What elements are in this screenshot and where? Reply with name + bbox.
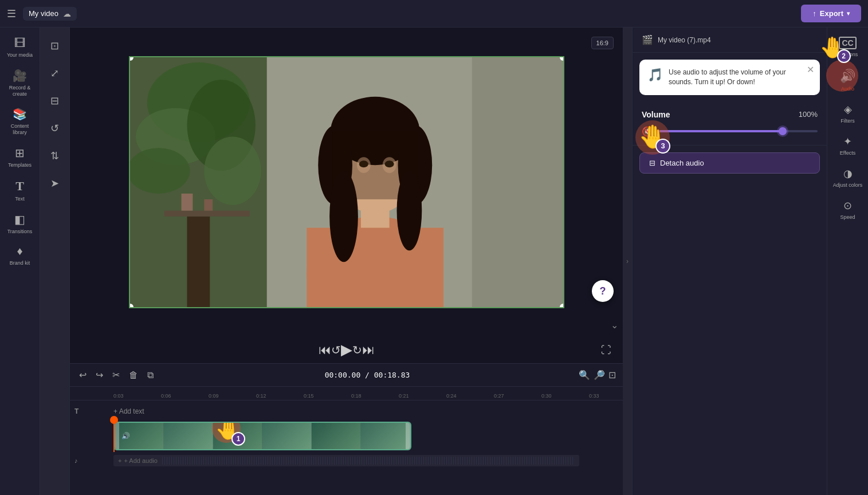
replay-5s-button[interactable]: ↺ xyxy=(331,343,341,357)
audio-track-bg: + + Add audio xyxy=(113,455,579,466)
fit-to-window-button[interactable]: ⊡ xyxy=(608,370,616,380)
add-text-button[interactable]: + Add text xyxy=(113,407,144,415)
sidebar-item-content-library[interactable]: 📚 Contentlibrary xyxy=(3,103,37,140)
volume-section: Volume 100% 🔇 xyxy=(633,102,827,146)
help-button[interactable]: ? xyxy=(592,280,614,302)
ruler-mark: 0:09 xyxy=(209,393,256,400)
svg-rect-9 xyxy=(181,193,193,210)
add-audio-button[interactable]: + + Add audio xyxy=(118,457,158,464)
aspect-ratio-badge: 16:9 xyxy=(591,37,614,49)
sidebar-item-transitions[interactable]: ◧ Transitions xyxy=(3,208,37,239)
sidebar-item-templates[interactable]: ⊞ Templates xyxy=(3,142,37,173)
forward-5s-button[interactable]: ↻ xyxy=(352,343,362,357)
transform-tool[interactable]: ⊟ xyxy=(44,89,66,112)
audio-waveform xyxy=(162,457,575,465)
adjust-colors-panel-item[interactable]: ◑ Adjust colors xyxy=(831,163,865,192)
volume-slider-thumb[interactable] xyxy=(779,127,787,135)
ruler-mark: 0:03 xyxy=(113,393,161,400)
clip-handle-right[interactable] xyxy=(406,423,410,449)
audio-label: Audio xyxy=(841,86,854,92)
audio-panel-item[interactable]: 🔊 Audio 🤚 2 xyxy=(831,64,865,96)
rotate-tool[interactable]: ↺ xyxy=(44,117,66,140)
panel-header: 🎬 My video (7).mp4 xyxy=(633,28,827,53)
tools-panel: ⊡ ⤢ ⊟ ↺ ⇅ ➤ xyxy=(40,28,70,495)
total-time: 00:18.83 xyxy=(374,371,410,379)
sidebar-item-text[interactable]: T Text xyxy=(3,174,37,207)
fullscreen-button[interactable]: ⛶ xyxy=(601,344,611,356)
redo-button[interactable]: ↪ xyxy=(93,368,105,382)
timeline-content: T + Add text xyxy=(70,400,623,472)
menu-icon[interactable]: ☰ xyxy=(7,7,16,20)
filters-panel-item[interactable]: ◈ Filters xyxy=(831,99,865,128)
add-audio-label: + Add audio xyxy=(124,457,157,464)
undo-button[interactable]: ↩ xyxy=(77,368,89,382)
clip-handle-left[interactable] xyxy=(115,423,119,449)
svg-rect-7 xyxy=(187,216,210,307)
tip-close-button[interactable]: ✕ xyxy=(807,64,814,75)
video-controls-row: ⏮ ↺ ▶ ↻ ⏭ xyxy=(70,341,623,359)
center-area: 16:9 xyxy=(70,28,623,495)
ruler-mark: 0:24 xyxy=(446,393,494,400)
panel-file-type-icon: 🎬 xyxy=(642,34,653,45)
resize-tool[interactable]: ⤢ xyxy=(44,62,66,85)
clip-thumb xyxy=(262,423,312,449)
play-pause-button[interactable]: ▶ xyxy=(341,341,352,359)
crop-tool[interactable]: ⊡ xyxy=(44,34,66,57)
export-button[interactable]: ↑ Export ▾ xyxy=(801,5,861,22)
speed-icon: ⊙ xyxy=(843,199,852,212)
adjust-colors-label: Adjust colors xyxy=(833,182,863,188)
svg-point-6 xyxy=(204,136,261,205)
skip-to-end-button[interactable]: ⏭ xyxy=(362,343,375,358)
collapse-panel-toggle[interactable]: › xyxy=(623,28,632,495)
zoom-in-button[interactable]: 🔎 xyxy=(594,370,605,380)
svg-point-20 xyxy=(396,171,422,250)
ruler-marks: 0:03 0:06 0:09 0:12 0:15 0:18 0:21 0:24 … xyxy=(113,393,623,400)
right-panel: 🎬 My video (7).mp4 🎵 Use audio to adjust… xyxy=(632,28,827,495)
zoom-out-button[interactable]: 🔍 xyxy=(579,370,590,380)
svg-point-23 xyxy=(359,160,368,167)
captions-panel-item[interactable]: CC Captions xyxy=(831,32,865,62)
text-track: T + Add text xyxy=(70,403,623,420)
project-title: My video xyxy=(29,9,58,18)
sidebar-item-your-media[interactable]: 🎞 Your media xyxy=(3,32,37,63)
speed-panel-item[interactable]: ⊙ Speed xyxy=(831,195,865,225)
volume-slider-fill xyxy=(659,130,783,132)
project-title-area: My video ☁ xyxy=(23,7,77,21)
sidebar-item-brand-kit[interactable]: ♦ Brand kit xyxy=(3,240,37,271)
add-text-label: + Add text xyxy=(113,407,144,415)
ruler-mark: 0:33 xyxy=(589,393,623,400)
audio-track-label: ♪ xyxy=(74,457,109,464)
flip-tool[interactable]: ⇅ xyxy=(44,144,66,167)
send-tool[interactable]: ➤ xyxy=(44,172,66,195)
timeline-toolbar: ↩ ↪ ✂ 🗑 ⧉ 00:00.00 / 00:18.83 🔍 🔎 ⊡ xyxy=(70,364,623,387)
ruler-mark: 0:30 xyxy=(541,393,589,400)
sidebar-item-label-record: Record &create xyxy=(9,85,31,97)
left-sidebar: 🎞 Your media 🎥 Record &create 📚 Contentl… xyxy=(0,28,40,495)
audio-icon: 🔊 xyxy=(840,69,855,84)
video-clip[interactable]: 🔊 🤚 1 xyxy=(113,422,411,450)
tip-text: Use audio to adjust the volume of your s… xyxy=(669,68,812,87)
ruler-mark: 0:15 xyxy=(304,393,351,400)
cloud-save-icon: ☁ xyxy=(63,9,71,18)
sidebar-item-label-templates: Templates xyxy=(8,162,32,168)
audio-track: ♪ + + Add audio xyxy=(70,452,623,469)
detach-audio-button[interactable]: ⊟ Detach audio xyxy=(639,152,820,174)
captions-icon: CC xyxy=(839,37,856,49)
delete-button[interactable]: 🗑 xyxy=(127,369,140,382)
skip-to-start-button[interactable]: ⏮ xyxy=(319,343,331,358)
duplicate-button[interactable]: ⧉ xyxy=(145,369,156,382)
cut-button[interactable]: ✂ xyxy=(110,368,122,382)
collapse-arrow[interactable]: ⌄ xyxy=(611,320,618,331)
sidebar-item-record-create[interactable]: 🎥 Record &create xyxy=(3,64,37,102)
adjust-colors-icon: ◑ xyxy=(843,167,853,180)
timeline-ruler: 0:03 0:06 0:09 0:12 0:15 0:18 0:21 0:24 … xyxy=(70,387,623,400)
transitions-icon: ◧ xyxy=(14,213,25,226)
video-frame xyxy=(129,56,564,308)
ruler-mark: 0:27 xyxy=(494,393,541,400)
volume-slider-track[interactable] xyxy=(659,130,818,132)
text-icon: T xyxy=(15,179,24,194)
zoom-controls: 🔍 🔎 ⊡ xyxy=(579,370,616,380)
clip-thumb xyxy=(213,423,262,449)
video-frame-wrapper xyxy=(129,56,564,308)
effects-panel-item[interactable]: ✦ Effects xyxy=(831,131,865,160)
